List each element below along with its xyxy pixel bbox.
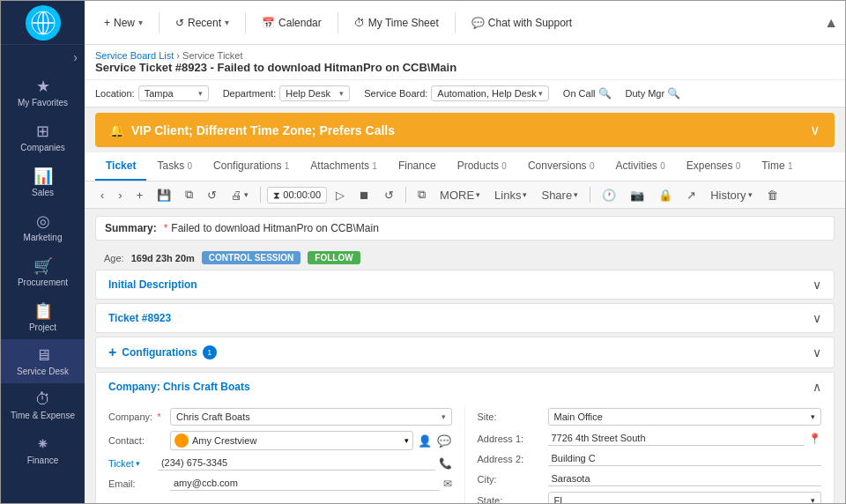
tab-time[interactable]: Time 1 bbox=[751, 152, 803, 181]
tab-expenses[interactable]: Expenses 0 bbox=[676, 152, 752, 181]
tab-products[interactable]: Products 0 bbox=[447, 152, 517, 181]
tab-count: 0 bbox=[501, 161, 507, 171]
service-board-select[interactable]: Automation, Help Desk ▾ bbox=[431, 85, 549, 101]
tab-activities[interactable]: Activities 0 bbox=[605, 152, 675, 181]
recent-button[interactable]: ↺ Recent ▾ bbox=[167, 11, 238, 34]
breadcrumb-link[interactable]: Service Board List bbox=[95, 50, 174, 61]
sidebar-item-companies[interactable]: ⊞ Companies bbox=[1, 115, 85, 159]
camera-button[interactable]: 📷 bbox=[625, 186, 649, 204]
sidebar-item-favorites[interactable]: ★ My Favorites bbox=[1, 70, 85, 115]
ticket-section-title: Ticket #8923 bbox=[108, 312, 171, 324]
ticket-section-header[interactable]: Ticket #8923 ∨ bbox=[96, 304, 834, 332]
site-select[interactable]: Main Office ▾ bbox=[548, 408, 822, 426]
location-select[interactable]: Tampa ▾ bbox=[138, 85, 209, 101]
sidebar-item-project[interactable]: 📋 Project bbox=[1, 294, 85, 339]
links-button[interactable]: Links ▾ bbox=[489, 186, 532, 204]
time-reset-button[interactable]: ↺ bbox=[379, 186, 399, 204]
company-field-label: Company: * bbox=[108, 411, 170, 422]
message-contact-button[interactable]: 💬 bbox=[436, 434, 452, 448]
email-icon: ✉ bbox=[443, 478, 452, 490]
refresh-button[interactable]: ↺ bbox=[202, 186, 222, 204]
chat-button[interactable]: 💬 Chat with Support bbox=[463, 11, 581, 34]
configurations-header[interactable]: + Configurations 1 ∨ bbox=[96, 337, 834, 367]
ticket-section: Ticket #8923 ∨ bbox=[95, 303, 835, 333]
save-button[interactable]: 💾 bbox=[152, 186, 176, 204]
chevron-down-icon: ▾ bbox=[244, 190, 249, 199]
initial-description-header[interactable]: Initial Description ∨ bbox=[96, 271, 834, 299]
on-call-button[interactable]: On Call 🔍 bbox=[563, 87, 612, 100]
links-label: Links bbox=[494, 189, 521, 202]
duty-mgr-label: Duty Mgr bbox=[626, 88, 665, 99]
timesheet-button[interactable]: ⏱ My Time Sheet bbox=[345, 11, 448, 34]
app-logo bbox=[1, 1, 85, 45]
external-link-button[interactable]: ↗ bbox=[681, 186, 701, 204]
control-session-button[interactable]: CONTROL SESSION bbox=[202, 251, 301, 264]
breadcrumb-bar: Service Board List › Service Ticket Serv… bbox=[85, 45, 845, 80]
alert-banner[interactable]: 🔔 VIP Client; Different Time Zone; Prefe… bbox=[95, 113, 835, 147]
sidebar-item-procurement[interactable]: 🛒 Procurement bbox=[1, 249, 85, 294]
share-button[interactable]: Share ▾ bbox=[536, 186, 583, 204]
sidebar-item-marketing[interactable]: ◎ Marketing bbox=[1, 204, 85, 249]
add-button[interactable]: + bbox=[131, 186, 149, 204]
lock-button[interactable]: 🔒 bbox=[653, 186, 678, 204]
email-input[interactable] bbox=[170, 476, 440, 491]
company-section-header[interactable]: Company: Chris Craft Boats ∧ bbox=[96, 373, 834, 401]
ticket-label-button[interactable]: Ticket ▾ bbox=[108, 458, 140, 469]
city-input[interactable]: Sarasota bbox=[548, 471, 822, 486]
address2-input[interactable]: Building C bbox=[548, 451, 822, 466]
state-select[interactable]: FL ▾ bbox=[548, 492, 822, 503]
sidebar-item-label: Marketing bbox=[24, 233, 63, 242]
copy2-button[interactable]: ⧉ bbox=[412, 185, 431, 204]
tab-finance[interactable]: Finance bbox=[388, 152, 447, 181]
tab-tasks[interactable]: Tasks 0 bbox=[146, 152, 203, 181]
add-contact-button[interactable]: 👤 bbox=[417, 434, 433, 448]
sidebar-item-time-expense[interactable]: ⏱ Time & Expense bbox=[1, 383, 85, 427]
company-select[interactable]: Chris Craft Boats ▾ bbox=[170, 408, 452, 426]
sidebar-item-sales[interactable]: 📊 Sales bbox=[1, 159, 85, 204]
tab-conversions[interactable]: Conversions 0 bbox=[517, 152, 605, 181]
print-button[interactable]: 🖨 ▾ bbox=[226, 186, 254, 204]
time-start-button[interactable]: ▷ bbox=[330, 186, 350, 204]
summary-required: * bbox=[164, 222, 168, 234]
contact-select[interactable]: Amy Crestview ▾ bbox=[170, 431, 413, 450]
calendar-button[interactable]: 📅 Calendar bbox=[253, 11, 330, 34]
nav-next-button[interactable]: › bbox=[113, 186, 127, 204]
copy-button[interactable]: ⧉ bbox=[180, 185, 198, 204]
tab-ticket[interactable]: Ticket bbox=[95, 152, 146, 181]
delete-button[interactable]: 🗑 bbox=[761, 186, 783, 204]
time-stop-button[interactable]: ⏹ bbox=[353, 186, 375, 204]
chevron-down-icon: ▾ bbox=[442, 412, 446, 421]
duty-mgr-button[interactable]: Duty Mgr 🔍 bbox=[626, 87, 681, 100]
sidebar-item-finance[interactable]: ⁕ Finance bbox=[1, 427, 85, 472]
topbar-collapse-button[interactable]: ▲ bbox=[824, 15, 838, 31]
sidebar-item-service-desk[interactable]: 🖥 Service Desk bbox=[1, 339, 85, 383]
new-button[interactable]: + New ▾ bbox=[95, 11, 152, 34]
summary-row: Summary: * Failed to download HitmanPro … bbox=[95, 216, 835, 241]
more-button[interactable]: MORE ▾ bbox=[434, 186, 486, 204]
tab-count: 0 bbox=[590, 161, 595, 171]
phone-icon: 📞 bbox=[439, 457, 452, 470]
add-configuration-icon[interactable]: + bbox=[108, 345, 116, 360]
location-filter: Location: Tampa ▾ bbox=[95, 85, 209, 101]
tab-attachments[interactable]: Attachments 1 bbox=[300, 152, 388, 181]
sidebar-expand-btn[interactable]: › bbox=[1, 45, 85, 70]
tab-configurations[interactable]: Configurations 1 bbox=[203, 152, 300, 181]
clock-icon: 🕐 bbox=[602, 189, 616, 202]
save-icon: 💾 bbox=[157, 189, 171, 202]
history-button[interactable]: History ▾ bbox=[705, 186, 757, 204]
tab-label: Finance bbox=[398, 159, 436, 172]
sidebar-item-label: Finance bbox=[27, 456, 59, 465]
follow-button[interactable]: FOLLOW bbox=[308, 251, 360, 264]
nav-prev-button[interactable]: ‹ bbox=[95, 186, 109, 204]
department-value: Help Desk bbox=[286, 88, 330, 99]
clock-button[interactable]: 🕐 bbox=[597, 186, 621, 204]
ticket-phone-input[interactable]: (234) 675-3345 bbox=[158, 456, 435, 471]
address1-input[interactable]: 7726 4th Street South bbox=[548, 431, 805, 446]
main-content: + New ▾ ↺ Recent ▾ 📅 Calendar ⏱ My Time … bbox=[85, 1, 845, 503]
department-select[interactable]: Help Desk ▾ bbox=[279, 85, 350, 101]
chevron-down-icon: ▾ bbox=[138, 18, 143, 27]
filter-bar: Location: Tampa ▾ Department: Help Desk … bbox=[85, 80, 845, 107]
bell-icon: 🔔 bbox=[109, 123, 124, 137]
logo-icon bbox=[26, 5, 61, 41]
breadcrumb: Service Board List › Service Ticket bbox=[95, 50, 835, 61]
